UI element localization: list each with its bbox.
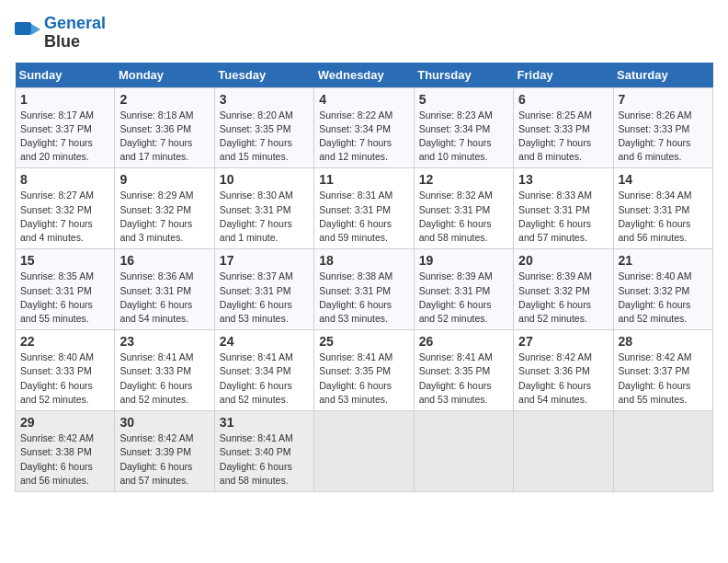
calendar-day-cell: 4Sunrise: 8:22 AMSunset: 3:34 PMDaylight…: [314, 87, 414, 168]
day-info: Sunrise: 8:25 AMSunset: 3:33 PMDaylight:…: [518, 109, 608, 165]
calendar-day-cell: 23Sunrise: 8:41 AMSunset: 3:33 PMDayligh…: [115, 330, 214, 411]
header-wednesday: Wednesday: [314, 63, 414, 88]
logo-text: General Blue: [44, 15, 106, 52]
day-info: Sunrise: 8:41 AMSunset: 3:40 PMDaylight:…: [220, 431, 309, 488]
calendar-day-cell: 11Sunrise: 8:31 AMSunset: 3:31 PMDayligh…: [314, 168, 414, 249]
calendar-day-cell: [414, 411, 513, 492]
day-info: Sunrise: 8:39 AMSunset: 3:31 PMDaylight:…: [419, 270, 508, 326]
day-info: Sunrise: 8:18 AMSunset: 3:36 PMDaylight:…: [119, 109, 209, 165]
calendar-day-cell: 25Sunrise: 8:41 AMSunset: 3:35 PMDayligh…: [314, 330, 414, 411]
calendar-day-cell: [613, 411, 712, 492]
day-number: 26: [419, 334, 508, 349]
day-number: 18: [319, 253, 408, 268]
day-info: Sunrise: 8:27 AMSunset: 3:32 PMDaylight:…: [20, 189, 109, 245]
calendar-week-row: 22Sunrise: 8:40 AMSunset: 3:33 PMDayligh…: [16, 330, 713, 411]
calendar-day-cell: 2Sunrise: 8:18 AMSunset: 3:36 PMDaylight…: [115, 87, 214, 168]
calendar-day-cell: [314, 411, 414, 492]
day-number: 8: [20, 172, 109, 187]
day-number: 27: [518, 334, 608, 349]
day-info: Sunrise: 8:42 AMSunset: 3:39 PMDaylight:…: [119, 431, 209, 488]
calendar-day-cell: 6Sunrise: 8:25 AMSunset: 3:33 PMDaylight…: [514, 87, 613, 168]
svg-rect-0: [15, 22, 31, 35]
calendar-day-cell: 29Sunrise: 8:42 AMSunset: 3:38 PMDayligh…: [16, 411, 115, 492]
header-friday: Friday: [514, 63, 613, 88]
day-info: Sunrise: 8:37 AMSunset: 3:31 PMDaylight:…: [220, 270, 309, 326]
calendar-day-cell: 9Sunrise: 8:29 AMSunset: 3:32 PMDaylight…: [115, 168, 214, 249]
calendar-day-cell: 5Sunrise: 8:23 AMSunset: 3:34 PMDaylight…: [414, 87, 513, 168]
day-number: 24: [220, 334, 309, 349]
calendar-day-cell: 27Sunrise: 8:42 AMSunset: 3:36 PMDayligh…: [514, 330, 613, 411]
day-info: Sunrise: 8:29 AMSunset: 3:32 PMDaylight:…: [119, 189, 209, 245]
header-saturday: Saturday: [613, 63, 712, 88]
day-info: Sunrise: 8:31 AMSunset: 3:31 PMDaylight:…: [319, 189, 408, 245]
day-number: 10: [220, 172, 309, 187]
calendar-day-cell: 26Sunrise: 8:41 AMSunset: 3:35 PMDayligh…: [414, 330, 513, 411]
day-number: 1: [20, 92, 109, 107]
day-number: 22: [20, 334, 109, 349]
calendar-day-cell: 1Sunrise: 8:17 AMSunset: 3:37 PMDaylight…: [16, 87, 115, 168]
day-number: 16: [119, 253, 209, 268]
calendar-day-cell: 19Sunrise: 8:39 AMSunset: 3:31 PMDayligh…: [414, 249, 513, 330]
day-number: 20: [518, 253, 608, 268]
calendar-day-cell: 22Sunrise: 8:40 AMSunset: 3:33 PMDayligh…: [16, 330, 115, 411]
calendar-day-cell: 31Sunrise: 8:41 AMSunset: 3:40 PMDayligh…: [214, 411, 313, 492]
day-number: 3: [220, 92, 309, 107]
day-info: Sunrise: 8:41 AMSunset: 3:33 PMDaylight:…: [119, 350, 209, 407]
day-number: 5: [419, 92, 508, 107]
day-info: Sunrise: 8:42 AMSunset: 3:36 PMDaylight:…: [518, 350, 608, 407]
day-number: 7: [619, 92, 708, 107]
day-info: Sunrise: 8:36 AMSunset: 3:31 PMDaylight:…: [119, 270, 209, 326]
day-number: 28: [619, 334, 708, 349]
day-number: 4: [319, 92, 408, 107]
day-number: 29: [20, 415, 109, 430]
calendar-table: Sunday Monday Tuesday Wednesday Thursday…: [15, 63, 713, 492]
calendar-day-cell: [514, 411, 613, 492]
day-info: Sunrise: 8:35 AMSunset: 3:31 PMDaylight:…: [20, 270, 109, 326]
day-info: Sunrise: 8:41 AMSunset: 3:34 PMDaylight:…: [220, 350, 309, 407]
day-number: 30: [119, 415, 209, 430]
day-number: 15: [20, 253, 109, 268]
calendar-week-row: 29Sunrise: 8:42 AMSunset: 3:38 PMDayligh…: [16, 411, 713, 492]
calendar-week-row: 1Sunrise: 8:17 AMSunset: 3:37 PMDaylight…: [16, 87, 713, 168]
calendar-day-cell: 13Sunrise: 8:33 AMSunset: 3:31 PMDayligh…: [514, 168, 613, 249]
day-number: 14: [619, 172, 708, 187]
day-number: 6: [518, 92, 608, 107]
calendar-week-row: 15Sunrise: 8:35 AMSunset: 3:31 PMDayligh…: [16, 249, 713, 330]
day-info: Sunrise: 8:40 AMSunset: 3:32 PMDaylight:…: [619, 270, 708, 326]
day-info: Sunrise: 8:32 AMSunset: 3:31 PMDaylight:…: [419, 189, 508, 245]
day-number: 25: [319, 334, 408, 349]
calendar-day-cell: 8Sunrise: 8:27 AMSunset: 3:32 PMDaylight…: [16, 168, 115, 249]
day-info: Sunrise: 8:42 AMSunset: 3:38 PMDaylight:…: [20, 431, 109, 488]
day-number: 19: [419, 253, 508, 268]
calendar-day-cell: 3Sunrise: 8:20 AMSunset: 3:35 PMDaylight…: [214, 87, 313, 168]
day-info: Sunrise: 8:41 AMSunset: 3:35 PMDaylight:…: [319, 350, 408, 407]
day-info: Sunrise: 8:33 AMSunset: 3:31 PMDaylight:…: [518, 189, 608, 245]
header-thursday: Thursday: [414, 63, 513, 88]
calendar-day-cell: 24Sunrise: 8:41 AMSunset: 3:34 PMDayligh…: [214, 330, 313, 411]
calendar-day-cell: 20Sunrise: 8:39 AMSunset: 3:32 PMDayligh…: [514, 249, 613, 330]
calendar-day-cell: 21Sunrise: 8:40 AMSunset: 3:32 PMDayligh…: [613, 249, 712, 330]
calendar-day-cell: 7Sunrise: 8:26 AMSunset: 3:33 PMDaylight…: [613, 87, 712, 168]
calendar-body: 1Sunrise: 8:17 AMSunset: 3:37 PMDaylight…: [16, 87, 713, 491]
calendar-week-row: 8Sunrise: 8:27 AMSunset: 3:32 PMDaylight…: [16, 168, 713, 249]
calendar-day-cell: 15Sunrise: 8:35 AMSunset: 3:31 PMDayligh…: [16, 249, 115, 330]
header-sunday: Sunday: [16, 63, 115, 88]
day-info: Sunrise: 8:34 AMSunset: 3:31 PMDaylight:…: [619, 189, 708, 245]
calendar-day-cell: 10Sunrise: 8:30 AMSunset: 3:31 PMDayligh…: [214, 168, 313, 249]
day-info: Sunrise: 8:41 AMSunset: 3:35 PMDaylight:…: [419, 350, 508, 407]
day-number: 11: [319, 172, 408, 187]
day-info: Sunrise: 8:20 AMSunset: 3:35 PMDaylight:…: [220, 109, 309, 165]
calendar-day-cell: 17Sunrise: 8:37 AMSunset: 3:31 PMDayligh…: [214, 249, 313, 330]
calendar-day-cell: 28Sunrise: 8:42 AMSunset: 3:37 PMDayligh…: [613, 330, 712, 411]
calendar-day-cell: 30Sunrise: 8:42 AMSunset: 3:39 PMDayligh…: [115, 411, 214, 492]
day-number: 17: [220, 253, 309, 268]
day-number: 13: [518, 172, 608, 187]
calendar-day-cell: 16Sunrise: 8:36 AMSunset: 3:31 PMDayligh…: [115, 249, 214, 330]
calendar-day-cell: 14Sunrise: 8:34 AMSunset: 3:31 PMDayligh…: [613, 168, 712, 249]
day-info: Sunrise: 8:39 AMSunset: 3:32 PMDaylight:…: [518, 270, 608, 326]
calendar-day-cell: 18Sunrise: 8:38 AMSunset: 3:31 PMDayligh…: [314, 249, 414, 330]
day-info: Sunrise: 8:42 AMSunset: 3:37 PMDaylight:…: [619, 350, 708, 407]
day-info: Sunrise: 8:17 AMSunset: 3:37 PMDaylight:…: [20, 109, 109, 165]
day-number: 2: [119, 92, 209, 107]
day-number: 12: [419, 172, 508, 187]
